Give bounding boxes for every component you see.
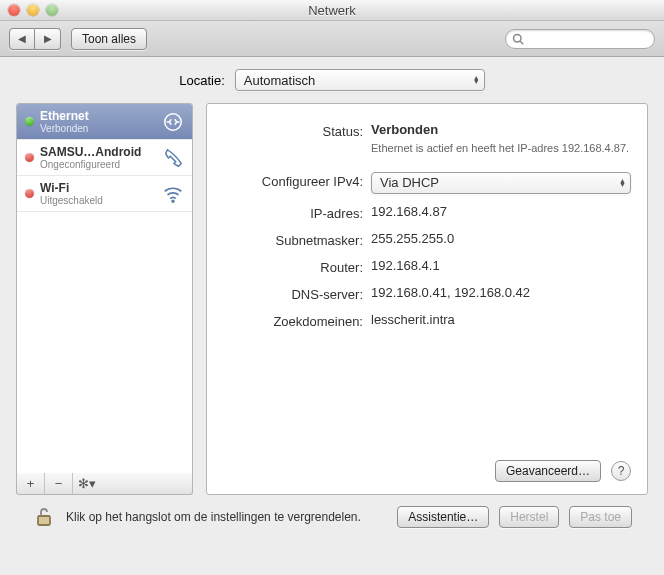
status-dot-icon	[25, 117, 34, 126]
advanced-button[interactable]: Geavanceerd…	[495, 460, 601, 482]
lock-message: Klik op het hangslot om de instellingen …	[66, 510, 387, 524]
lock-open-icon[interactable]	[32, 505, 56, 529]
sidebar-buttons: + − ✻▾	[16, 473, 193, 495]
window-title: Netwerk	[308, 3, 356, 18]
sidebar-item-label: Wi-Fi	[40, 181, 156, 195]
subnet-mask-value: 255.255.255.0	[371, 231, 631, 246]
sidebar-item-label: SAMSU…Android	[40, 145, 156, 159]
location-row: Locatie: Automatisch ▲▼	[16, 69, 648, 91]
gear-icon: ✻▾	[78, 476, 96, 491]
router-value: 192.168.4.1	[371, 258, 631, 273]
svg-line-1	[520, 41, 523, 44]
close-window-button[interactable]	[8, 4, 20, 16]
back-button[interactable]: ◀	[9, 28, 35, 50]
status-dot-icon	[25, 153, 34, 162]
subnet-mask-row: Subnetmasker: 255.255.255.0	[223, 231, 631, 248]
sidebar-item-ethernet[interactable]: Ethernet Verbonden	[17, 104, 192, 140]
sidebar-item-sub: Ongeconfigureerd	[40, 159, 156, 170]
location-popup[interactable]: Automatisch ▲▼	[235, 69, 485, 91]
connection-list[interactable]: Ethernet Verbonden SAMSU…Android Ongecon…	[16, 103, 193, 476]
search-domains-value: lesscherit.intra	[371, 312, 631, 327]
advanced-row: Geavanceerd… ?	[223, 460, 631, 482]
forward-button[interactable]: ▶	[35, 28, 61, 50]
assist-button[interactable]: Assistentie…	[397, 506, 489, 528]
dns-server-row: DNS-server: 192.168.0.41, 192.168.0.42	[223, 285, 631, 302]
ip-address-value: 192.168.4.87	[371, 204, 631, 219]
content: Locatie: Automatisch ▲▼ Ethernet Verbond…	[0, 57, 664, 539]
svg-point-3	[172, 200, 174, 202]
sidebar-item-samsung-android[interactable]: SAMSU…Android Ongeconfigureerd	[17, 140, 192, 176]
search-field[interactable]	[505, 29, 655, 49]
search-icon	[512, 33, 524, 45]
minus-icon: −	[55, 476, 63, 491]
nav-buttons: ◀ ▶	[9, 28, 61, 50]
dns-server-value: 192.168.0.41, 192.168.0.42	[371, 285, 631, 300]
status-label: Status:	[223, 122, 371, 139]
ethernet-icon	[162, 111, 184, 133]
chevron-left-icon: ◀	[18, 33, 26, 44]
add-connection-button[interactable]: +	[17, 473, 45, 494]
sidebar-item-sub: Verbonden	[40, 123, 156, 134]
status-row: Status: Verbonden Ethernet is actief en …	[223, 122, 631, 156]
configure-ipv4-popup[interactable]: Via DHCP ▲▼	[371, 172, 631, 194]
subnet-mask-label: Subnetmasker:	[223, 231, 371, 248]
apply-button[interactable]: Pas toe	[569, 506, 632, 528]
panels: Ethernet Verbonden SAMSU…Android Ongecon…	[16, 103, 648, 495]
svg-rect-4	[38, 516, 50, 525]
sidebar-item-wifi[interactable]: Wi-Fi Uitgeschakeld	[17, 176, 192, 212]
plus-icon: +	[27, 476, 35, 491]
detail-panel: Status: Verbonden Ethernet is actief en …	[206, 103, 648, 495]
updown-icon: ▲▼	[473, 76, 480, 84]
revert-button[interactable]: Herstel	[499, 506, 559, 528]
zoom-window-button[interactable]	[46, 4, 58, 16]
help-icon: ?	[618, 464, 625, 478]
location-value: Automatisch	[244, 73, 316, 88]
action-menu-button[interactable]: ✻▾	[73, 473, 101, 494]
ip-address-label: IP-adres:	[223, 204, 371, 221]
minimize-window-button[interactable]	[27, 4, 39, 16]
wifi-icon	[162, 183, 184, 205]
search-domains-label: Zoekdomeinen:	[223, 312, 371, 329]
toolbar: ◀ ▶ Toon alles	[0, 21, 664, 57]
footer: Klik op het hangslot om de instellingen …	[16, 505, 648, 529]
search-input[interactable]	[524, 32, 648, 46]
status-dot-icon	[25, 189, 34, 198]
configure-ipv4-label: Configureer IPv4:	[223, 172, 371, 189]
search-domains-row: Zoekdomeinen: lesscherit.intra	[223, 312, 631, 329]
updown-icon: ▲▼	[619, 179, 626, 187]
phone-modem-icon	[162, 147, 184, 169]
remove-connection-button[interactable]: −	[45, 473, 73, 494]
show-all-button[interactable]: Toon alles	[71, 28, 147, 50]
location-label: Locatie:	[179, 73, 225, 88]
svg-point-0	[514, 34, 522, 42]
titlebar: Netwerk	[0, 0, 664, 21]
router-label: Router:	[223, 258, 371, 275]
ip-address-row: IP-adres: 192.168.4.87	[223, 204, 631, 221]
dns-server-label: DNS-server:	[223, 285, 371, 302]
sidebar-item-sub: Uitgeschakeld	[40, 195, 156, 206]
chevron-right-icon: ▶	[44, 33, 52, 44]
status-value: Verbonden	[371, 122, 631, 137]
configure-ipv4-row: Configureer IPv4: Via DHCP ▲▼	[223, 172, 631, 194]
router-row: Router: 192.168.4.1	[223, 258, 631, 275]
sidebar: Ethernet Verbonden SAMSU…Android Ongecon…	[16, 103, 193, 495]
sidebar-item-label: Ethernet	[40, 109, 156, 123]
traffic-lights	[8, 4, 58, 16]
configure-ipv4-value: Via DHCP	[380, 175, 439, 190]
status-description: Ethernet is actief en heeft het IP-adres…	[371, 141, 631, 156]
help-button[interactable]: ?	[611, 461, 631, 481]
